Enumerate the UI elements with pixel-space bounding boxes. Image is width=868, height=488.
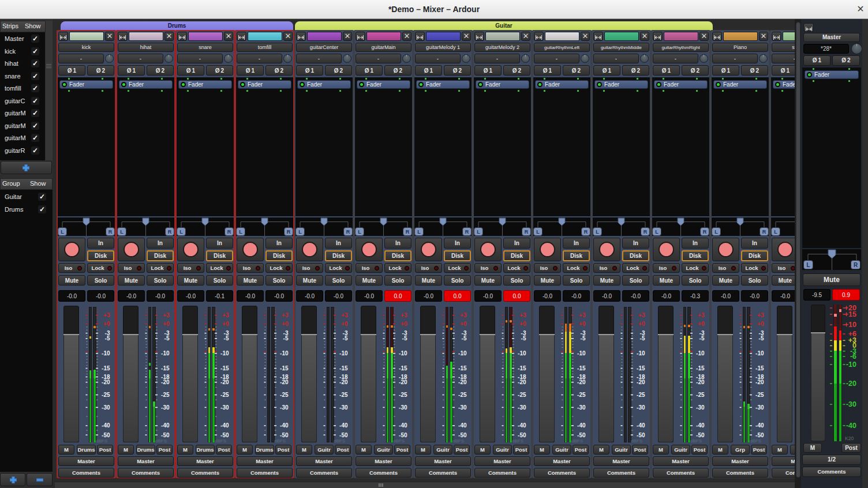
svg-text:+15: +15 bbox=[844, 310, 856, 318]
svg-text:K20: K20 bbox=[845, 436, 854, 441]
svg-text:-30: -30 bbox=[846, 400, 856, 408]
svg-text:-40: -40 bbox=[846, 422, 856, 430]
svg-text:+10: +10 bbox=[844, 321, 856, 329]
svg-text:-20: -20 bbox=[846, 380, 856, 388]
svg-text:-10: -10 bbox=[846, 361, 856, 369]
svg-text:-6: -6 bbox=[850, 352, 856, 361]
